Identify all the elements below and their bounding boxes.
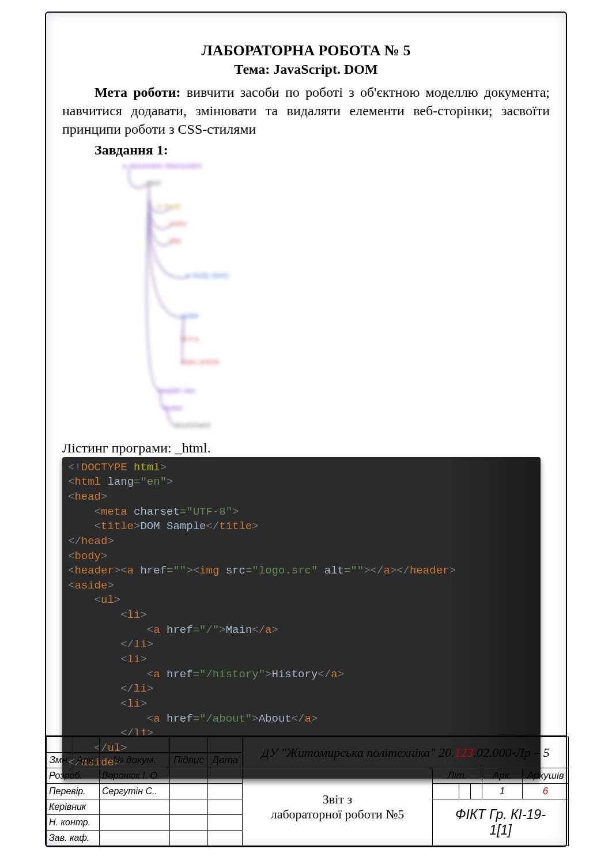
group-line2: 1[1] — [489, 822, 511, 837]
tree-node: title — [169, 236, 181, 245]
document-frame: ЛАБОРАТОРНА РОБОТА № 5 Тема: JavaScript.… — [45, 12, 567, 847]
dom-tree-diagram: ▸ document #document html ▸ head meta ti… — [95, 161, 279, 438]
report-line1: Звіт з — [323, 792, 352, 806]
arkushiv-header: Аркушів — [523, 768, 569, 784]
row-kerivnyk: Керівник — [47, 799, 100, 815]
report-line2: лабораторної роботи №5 — [271, 807, 405, 821]
row-rozrob-val: Воронюк І. О. — [100, 768, 170, 784]
ark-value: 1 — [482, 784, 523, 799]
listing-label: Лістинг програми: _html. — [62, 440, 550, 456]
row-perevir: Перевір. — [47, 784, 100, 799]
tree-node: ▸ body (text) — [187, 271, 228, 280]
tree-node: aside — [181, 311, 199, 320]
tree-node: meta — [169, 219, 186, 228]
lab-title: ЛАБОРАТОРНА РОБОТА № 5 — [62, 41, 550, 61]
tree-node: #comment — [175, 421, 210, 429]
tree-node: main article — [181, 357, 219, 366]
tree-node: ▸ head — [158, 202, 181, 210]
task-heading: Завдання 1: — [62, 142, 550, 158]
col-ndoc: № докум. — [100, 753, 170, 768]
tree-node: html — [146, 179, 161, 187]
col-zmn: Змн. — [47, 753, 73, 768]
row-nkontr: Н. контр. — [47, 815, 100, 831]
ark-header: Арк. — [482, 768, 523, 784]
tree-node: ul li a — [181, 334, 198, 343]
row-perevir-val: Сергутін С.. — [100, 784, 170, 799]
group-cell: ФІКТ Гр. КІ-19- 1[1] — [433, 799, 569, 846]
goal-paragraph: Мета роботи: вивчити засоби по роботі з … — [62, 83, 550, 139]
col-data: Дата — [208, 753, 243, 768]
title-block-stamp: ДУ "Житомирська політехніка" 20.123.02.0… — [46, 735, 566, 846]
doc-code-cell: ДУ "Житомирська політехніка" 20.123.02.0… — [243, 737, 569, 768]
tree-node: footer — [164, 403, 183, 412]
code-listing: <!DOCTYPE html> <html lang="en"> <head> … — [62, 457, 541, 779]
report-title: Звіт з лабораторної роботи №5 — [243, 768, 433, 846]
goal-label: Мета роботи: — [95, 85, 181, 100]
topic-prefix: Тема: — [234, 62, 270, 77]
tree-node: header nav — [158, 386, 195, 395]
doc-code-red: 123 — [454, 745, 473, 760]
topic-text: JavaScript. DOM — [273, 62, 377, 77]
arkushiv-value: 6 — [523, 784, 569, 799]
doc-code-suffix: .02.000-Лр – 5 — [473, 745, 549, 760]
doc-code-prefix: ДУ "Житомирська політехніка" 20. — [261, 745, 454, 760]
row-rozrob: Розроб. — [47, 768, 100, 784]
row-zavkaf: Зав. каф. — [47, 831, 100, 846]
group-line1: ФІКТ Гр. КІ-19- — [455, 807, 546, 822]
lit-header: Літ. — [433, 768, 482, 784]
col-pidp: Підпис — [170, 753, 208, 768]
tree-node: ▸ document #document — [123, 161, 202, 170]
lab-topic: Тема: JavaScript. DOM — [62, 62, 550, 77]
col-ark: Арк. — [73, 753, 100, 768]
